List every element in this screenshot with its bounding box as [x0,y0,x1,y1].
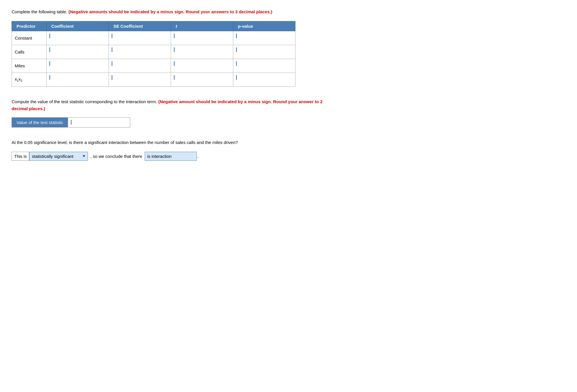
table-cell-0-p_value[interactable] [233,31,295,45]
compute-plain: Compute the value of the test statistic … [12,99,158,104]
test-statistic-input-cell[interactable] [68,118,130,127]
table-row-label-1: Calls [12,45,47,59]
caret-1-3 [236,47,237,52]
table-cell-3-se_coefficient[interactable] [109,73,171,86]
input-0-t[interactable] [174,38,230,43]
caret-3-2 [174,75,174,80]
input-1-t[interactable] [174,52,230,57]
table-cell-3-p_value[interactable] [233,73,295,86]
intro-bold-text: (Negative amounts should be indicated by… [69,9,272,14]
caret-2-2 [174,61,174,66]
table-cell-2-coefficient[interactable] [47,59,109,73]
caret-2-3 [236,61,237,66]
interaction-dropdown[interactable]: is interactionis no interaction [145,152,197,161]
test-statistic-label: Value of the test statistic [12,118,68,127]
significance-section: At the 0.05 significance level, is there… [12,139,336,161]
table-row-label-2: Miles [12,59,47,73]
table-cell-0-coefficient[interactable] [47,31,109,45]
period: . [197,152,199,160]
caret-0-1 [112,34,112,38]
table-cell-2-se_coefficient[interactable] [109,59,171,73]
intro-paragraph: Complete the following table. (Negative … [12,9,336,15]
caret-1-2 [174,47,174,52]
significance-dropdown-arrow [82,155,85,157]
table-cell-1-t[interactable] [171,45,233,59]
caret-0-3 [236,34,237,38]
table-cell-0-se_coefficient[interactable] [109,31,171,45]
table-row-label-0: Constant [12,31,47,45]
header-t: t [171,21,233,31]
input-3-coefficient[interactable] [49,80,106,85]
intro-plain-text: Complete the following table. [12,9,69,14]
table-row-label-3: x1x2 [12,73,47,86]
input-1-se_coefficient[interactable] [112,52,168,57]
significance-question-text: At the 0.05 significance level, is there… [12,139,336,146]
significance-dropdown[interactable]: statistically significantnot statistical… [29,152,88,161]
input-3-se_coefficient[interactable] [112,80,168,85]
table-cell-1-p_value[interactable] [233,45,295,59]
input-1-coefficient[interactable] [49,52,106,57]
table-cell-3-coefficient[interactable] [47,73,109,86]
test-stat-caret [71,120,71,125]
caret-0-0 [49,34,50,38]
caret-3-3 [236,75,237,80]
conclusion-row: This is statistically significantnot sta… [12,152,336,161]
input-0-coefficient[interactable] [49,38,106,43]
input-2-coefficient[interactable] [49,66,106,71]
caret-3-0 [49,75,50,80]
compute-description: Compute the value of the test statistic … [12,98,336,112]
conclusion-middle-text: , so we conclude that there [88,152,144,160]
test-statistic-input[interactable] [72,120,127,125]
input-3-p_value[interactable] [236,80,292,85]
input-2-t[interactable] [174,66,230,71]
significance-select[interactable]: statistically significantnot statistical… [32,154,81,159]
table-cell-0-t[interactable] [171,31,233,45]
interaction-select[interactable]: is interactionis no interaction [147,154,194,159]
input-0-p_value[interactable] [236,38,292,43]
input-2-p_value[interactable] [236,66,292,71]
compute-section: Compute the value of the test statistic … [12,98,336,127]
caret-3-1 [112,75,112,80]
caret-1-0 [49,47,50,52]
table-cell-1-coefficient[interactable] [47,45,109,59]
input-0-se_coefficient[interactable] [112,38,168,43]
caret-2-1 [112,61,112,66]
conclusion-prefix: This is [12,152,29,161]
header-coefficient: Coefficient [47,21,109,31]
header-predictor: Predictor [12,21,47,31]
input-2-se_coefficient[interactable] [112,66,168,71]
table-cell-2-t[interactable] [171,59,233,73]
caret-1-1 [112,47,112,52]
header-p-value: p-value [233,21,295,31]
test-statistic-row: Value of the test statistic [12,117,130,127]
input-1-p_value[interactable] [236,52,292,57]
header-se-coefficient: SE Coefficient [109,21,171,31]
table-cell-2-p_value[interactable] [233,59,295,73]
table-cell-3-t[interactable] [171,73,233,86]
regression-table: Predictor Coefficient SE Coefficient t p… [12,21,295,87]
caret-0-2 [174,34,174,38]
caret-2-0 [49,61,50,66]
input-3-t[interactable] [174,80,230,85]
table-cell-1-se_coefficient[interactable] [109,45,171,59]
